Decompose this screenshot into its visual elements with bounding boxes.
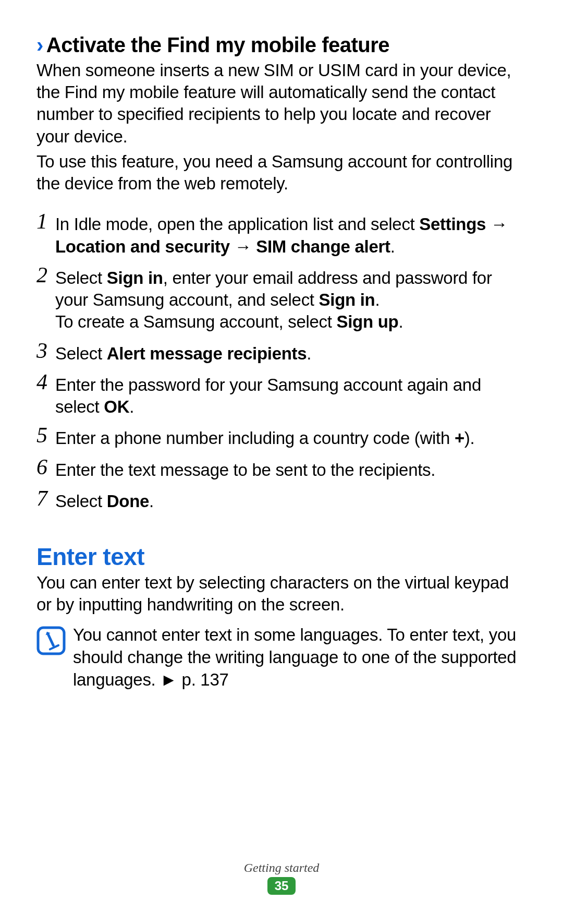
subsection-title-text: Activate the Find my mobile feature [46,33,389,56]
step-number: 3 [36,340,55,362]
paragraph-1: When someone inserts a new SIM or USIM c… [36,59,527,148]
step-text: In Idle mode, open the application list … [55,210,527,257]
steps-list: 1 In Idle mode, open the application lis… [36,210,527,512]
step-7: 7 Select Done. [36,487,527,512]
step-2: 2 Select Sign in, enter your email addre… [36,264,527,333]
step-number: 2 [36,264,55,286]
section-title: Enter text [36,543,527,571]
page-footer: Getting started 35 [0,861,563,895]
step-text: Select Done. [55,487,527,512]
page: ›Activate the Find my mobile feature Whe… [0,0,563,924]
step-text: Enter the text message to be sent to the… [55,456,527,481]
step-number: 7 [36,487,55,509]
subsection-title: ›Activate the Find my mobile feature [36,31,527,58]
step-number: 6 [36,456,55,478]
step-text: Select Alert message recipients. [55,340,527,365]
step-number: 5 [36,424,55,446]
note-icon [36,626,66,655]
step-text: Select Sign in, enter your email address… [55,264,527,333]
step-6: 6 Enter the text message to be sent to t… [36,456,527,481]
note-text: You cannot enter text in some languages.… [73,624,527,691]
chevron-icon: › [36,33,43,56]
step-5: 5 Enter a phone number including a count… [36,424,527,449]
paragraph-2: To use this feature, you need a Samsung … [36,151,527,195]
page-number: 35 [267,877,296,895]
step-3: 3 Select Alert message recipients. [36,340,527,365]
step-text: Enter a phone number including a country… [55,424,527,449]
step-number: 1 [36,210,55,232]
section-paragraph: You can enter text by selecting characte… [36,572,527,616]
step-1: 1 In Idle mode, open the application lis… [36,210,527,257]
note-box: You cannot enter text in some languages.… [36,624,527,691]
step-number: 4 [36,371,55,393]
step-text: Enter the password for your Samsung acco… [55,371,527,418]
footer-section-name: Getting started [0,861,563,875]
step-4: 4 Enter the password for your Samsung ac… [36,371,527,418]
